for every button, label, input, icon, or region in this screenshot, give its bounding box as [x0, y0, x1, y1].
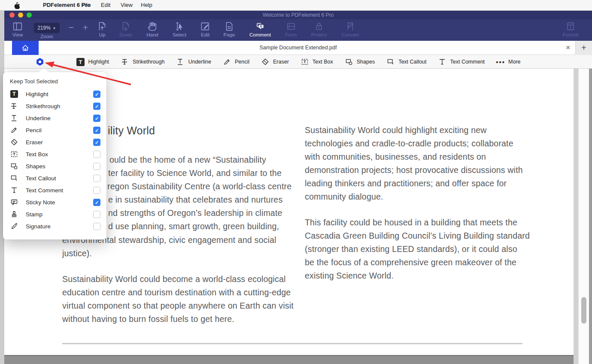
doc-text-line: leading thinkers and practitioners; and …: [305, 179, 507, 188]
popup-row-signature[interactable]: Signature: [3, 220, 106, 232]
text-box-tool[interactable]: Text Box: [300, 57, 333, 67]
doc-text-line: be the focus of a comprehensive green ma…: [305, 258, 516, 267]
text-callout-tool[interactable]: Text Callout: [386, 57, 426, 67]
popup-row-underline[interactable]: Underline ✓: [3, 112, 106, 124]
window-title-bar: Welcome to PDFelement 6 Pro: [4, 10, 592, 19]
sticky-note-icon: [10, 198, 18, 206]
sticky-note-checkbox[interactable]: ✓: [93, 199, 100, 206]
menubar-item-help[interactable]: Help: [141, 0, 152, 10]
shapes-icon: [345, 58, 353, 66]
pencil-tool[interactable]: Pencil: [222, 57, 249, 67]
strikethrough-tool[interactable]: Strikethrough: [120, 57, 164, 67]
text-box-icon: [10, 150, 18, 158]
popup-row-highlight[interactable]: T Highlight ✓: [3, 88, 106, 100]
text-comment-icon: [438, 58, 446, 66]
screen: PDFelement 6 Pro File Edit View Help Wel…: [0, 0, 592, 364]
keep-tool-selected-popup: Keep Tool Selected T Highlight ✓ Striket…: [3, 72, 106, 240]
popup-row-sticky-note[interactable]: Sticky Note ✓: [3, 196, 106, 208]
text-callout-icon: [10, 174, 18, 182]
text-comment-tool[interactable]: Text Comment: [437, 57, 485, 67]
text-comment-checkbox[interactable]: [93, 187, 100, 194]
doc-text-line: nd strengths of Oregon’s leadership in c…: [108, 208, 282, 218]
menubar-item-file[interactable]: File: [82, 0, 91, 10]
signature-pen-icon: [10, 222, 18, 231]
text-box-checkbox[interactable]: [93, 151, 100, 158]
menubar-item-view[interactable]: View: [121, 0, 133, 10]
eraser-tool[interactable]: Eraser: [261, 57, 289, 67]
doc-text-line: technologies and cradle-to-cradle produc…: [305, 139, 513, 149]
doc-title: ility World: [108, 124, 155, 137]
lock-icon: [313, 21, 325, 32]
window-title: Welcome to PDFelement 6 Pro: [4, 10, 592, 19]
apple-icon[interactable]: [13, 2, 20, 9]
popup-row-text-comment[interactable]: Text Comment: [3, 184, 106, 196]
popup-row-text-box[interactable]: Text Box: [3, 148, 106, 160]
doc-text-line: d use planning, smart growth, green buil…: [108, 221, 279, 231]
doc-text-line: Sustainability World could highlight exc…: [305, 125, 487, 135]
text-box-icon: [301, 58, 309, 66]
pencil-icon: [223, 58, 231, 66]
form-icon: [285, 21, 297, 32]
menubar-item-edit[interactable]: Edit: [101, 0, 110, 10]
comment-mode-button[interactable]: Comment: [244, 21, 276, 37]
shapes-tool[interactable]: Shapes: [344, 57, 375, 67]
underline-checkbox[interactable]: ✓: [93, 115, 100, 122]
document-divider-rule: [62, 343, 522, 344]
doc-text-line: ter facility to Science World, and simil…: [108, 168, 282, 178]
doc-text-line: This facility could be housed in a build…: [305, 218, 517, 228]
popup-row-eraser[interactable]: Eraser ✓: [3, 136, 106, 148]
doc-text-line: virtual component so that people anywher…: [62, 301, 294, 311]
zoom-out-button[interactable]: −: [69, 22, 74, 33]
vertical-scrollbar[interactable]: [578, 69, 589, 364]
view-button[interactable]: View: [1, 21, 34, 37]
convert-mode-button[interactable]: Convert: [334, 21, 367, 37]
strikethrough-checkbox[interactable]: ✓: [93, 103, 100, 110]
menu-bar: PDFelement 6 Pro File Edit View Help: [0, 0, 592, 11]
document-tab-title[interactable]: Sample Document Extended.pdf: [4, 41, 592, 55]
doc-text-line: Sustainability World could become a worl…: [62, 274, 286, 284]
highlight-icon: T: [10, 90, 18, 98]
underline-icon: [176, 58, 185, 66]
eraser-icon: [10, 138, 18, 146]
scrollbar-thumb[interactable]: [581, 297, 586, 324]
tab-bar: Sample Document Extended.pdf ✕ +: [4, 41, 592, 55]
close-tab-button[interactable]: ✕: [564, 41, 572, 55]
popup-row-strikethrough[interactable]: Strikethrough ✓: [3, 100, 106, 112]
shapes-checkbox[interactable]: [93, 163, 100, 170]
eraser-checkbox[interactable]: ✓: [93, 139, 100, 146]
page-grid-icon: [224, 21, 235, 32]
page-up-icon: [97, 21, 108, 32]
doc-text-line: justice).: [62, 249, 92, 258]
highlight-tool[interactable]: T Highlight: [76, 57, 109, 67]
comment-bubble-icon: [255, 21, 266, 32]
comment-tools-row: T Highlight Strikethrough Underline Penc…: [4, 55, 592, 69]
more-tools[interactable]: ••• More: [496, 57, 520, 67]
popup-row-shapes[interactable]: Shapes: [3, 160, 106, 172]
zoom-level-dropdown[interactable]: 219%▼: [34, 23, 60, 33]
popup-row-text-callout[interactable]: Text Callout: [3, 172, 106, 184]
stamp-icon: [10, 210, 18, 218]
page-mode-button[interactable]: Page: [213, 21, 246, 37]
popup-row-pencil[interactable]: Pencil ✓: [3, 124, 106, 136]
pencil-checkbox[interactable]: ✓: [93, 127, 100, 134]
highlight-icon: T: [76, 58, 85, 66]
format-panel-button: Format: [554, 21, 587, 37]
new-tab-button[interactable]: +: [575, 41, 592, 55]
text-callout-checkbox[interactable]: [93, 175, 100, 182]
doc-text-line: Cascadia Green Building Council’s Living…: [305, 231, 530, 241]
doc-text-line: existing Science World.: [305, 271, 394, 281]
chevron-down-icon: ▼: [52, 26, 56, 30]
page-bottom-gap: [4, 355, 578, 364]
main-toolbar: View 219%▼ Zoom − + Up Down Hand: [4, 19, 592, 41]
highlight-checkbox[interactable]: ✓: [93, 91, 100, 98]
protect-mode-button[interactable]: Protect: [303, 21, 335, 37]
doc-text-line: ould be the home of a new “Sustainabilit…: [109, 155, 266, 165]
underline-tool[interactable]: Underline: [176, 57, 211, 67]
view-panel-icon: [12, 21, 23, 32]
signature-checkbox[interactable]: [93, 223, 100, 230]
stamp-checkbox[interactable]: [93, 211, 100, 218]
eraser-icon: [261, 58, 270, 66]
doc-text-line: education centre and tourism destination…: [62, 288, 291, 297]
popup-row-stamp[interactable]: Stamp: [3, 208, 106, 220]
doc-text-line: community dialogue.: [305, 192, 383, 202]
